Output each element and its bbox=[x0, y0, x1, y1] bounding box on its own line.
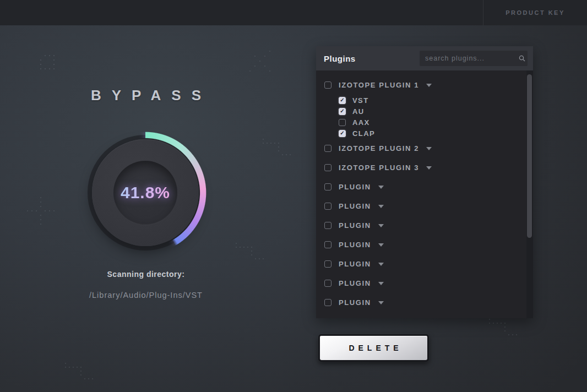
chevron-down-icon[interactable] bbox=[378, 186, 384, 189]
format-checkbox[interactable] bbox=[339, 119, 346, 126]
chevron-down-icon[interactable] bbox=[378, 282, 384, 285]
plugin-row[interactable]: PLUGIN bbox=[324, 177, 533, 197]
plugin-checkbox[interactable] bbox=[324, 280, 331, 287]
format-name: AU bbox=[352, 107, 365, 116]
plugin-row[interactable]: IZOTOPE PLUGIN 3 bbox=[324, 158, 533, 177]
plugin-row[interactable]: PLUGIN bbox=[324, 197, 533, 216]
dotted-stair-decoration bbox=[263, 135, 264, 136]
plugin-checkbox[interactable] bbox=[324, 222, 331, 229]
chevron-down-icon[interactable] bbox=[378, 224, 384, 227]
plugin-name: PLUGIN bbox=[339, 183, 371, 191]
top-bar: PRODUCT KEY bbox=[0, 0, 587, 25]
dotted-stair-decoration bbox=[65, 359, 66, 360]
chevron-down-icon[interactable] bbox=[378, 205, 384, 208]
plugin-checkbox[interactable] bbox=[324, 81, 331, 89]
app-title: BYPASS bbox=[0, 87, 292, 104]
scrollbar-track[interactable] bbox=[526, 70, 533, 318]
plugin-format-row[interactable]: ✓VST bbox=[339, 95, 533, 106]
plugin-row[interactable]: PLUGIN bbox=[324, 216, 533, 235]
plugin-checkbox[interactable] bbox=[324, 203, 331, 210]
plugin-checkbox[interactable] bbox=[324, 299, 331, 306]
plugin-row[interactable]: PLUGIN bbox=[324, 274, 533, 293]
dotted-plus-decoration bbox=[40, 210, 41, 211]
magnifier-icon[interactable] bbox=[516, 55, 528, 62]
panel-title: Plugins bbox=[324, 54, 356, 63]
delete-button[interactable]: DELETE bbox=[318, 334, 429, 362]
dotted-square-decoration bbox=[40, 55, 41, 56]
plugin-checkbox[interactable] bbox=[324, 241, 331, 248]
plugin-name: PLUGIN bbox=[339, 298, 371, 307]
plugin-row[interactable]: IZOTOPE PLUGIN 1 bbox=[324, 75, 533, 95]
format-checkbox[interactable]: ✓ bbox=[339, 130, 346, 137]
chevron-down-icon[interactable] bbox=[378, 301, 384, 304]
delete-button-face: DELETE bbox=[320, 336, 427, 360]
plugins-panel-header: Plugins bbox=[316, 46, 533, 70]
delete-button-label: DELETE bbox=[345, 344, 402, 352]
format-name: AAX bbox=[352, 118, 370, 127]
plugin-row[interactable]: PLUGIN bbox=[324, 235, 533, 254]
plugin-format-row[interactable]: AAX bbox=[339, 117, 533, 128]
plugin-row[interactable]: PLUGIN bbox=[324, 293, 533, 312]
progress-ring-center: 41.8% bbox=[113, 161, 177, 225]
progress-percent-text: 41.8% bbox=[121, 183, 170, 202]
format-name: CLAP bbox=[352, 129, 375, 138]
plugin-name: IZOTOPE PLUGIN 1 bbox=[339, 81, 419, 89]
plugin-checkbox[interactable] bbox=[324, 260, 331, 268]
format-name: VST bbox=[352, 96, 368, 105]
plugin-name: PLUGIN bbox=[339, 241, 371, 249]
plugin-name: PLUGIN bbox=[339, 260, 371, 268]
plugin-name: IZOTOPE PLUGIN 3 bbox=[339, 164, 419, 172]
plugin-list: IZOTOPE PLUGIN 1✓VST✓AUAAX✓CLAPIZOTOPE P… bbox=[316, 70, 533, 318]
product-key-link[interactable]: PRODUCT KEY bbox=[506, 9, 565, 16]
chevron-down-icon[interactable] bbox=[378, 263, 384, 266]
plugin-checkbox[interactable] bbox=[324, 145, 331, 152]
plugin-name: PLUGIN bbox=[339, 279, 371, 287]
chevron-down-icon[interactable] bbox=[378, 243, 384, 247]
plugins-panel: Plugins IZOTOPE PLUGIN 1✓VST✓AUAAX✓CLAPI… bbox=[316, 46, 533, 318]
scrollbar-thumb[interactable] bbox=[527, 74, 532, 238]
plugin-row[interactable]: PLUGIN bbox=[324, 254, 533, 274]
dotted-x-decoration bbox=[249, 51, 251, 52]
scanning-directory-path: /Library/Audio/Plug-Ins/VST bbox=[0, 291, 292, 300]
product-key-section[interactable]: PRODUCT KEY bbox=[483, 0, 587, 25]
plugin-checkbox[interactable] bbox=[324, 164, 331, 171]
dotted-stair-decoration bbox=[236, 239, 237, 240]
format-checkbox[interactable]: ✓ bbox=[339, 108, 346, 115]
plugin-format-row[interactable]: ✓CLAP bbox=[339, 128, 533, 139]
scanning-directory-label: Scanning directory: bbox=[0, 270, 292, 279]
plugin-name: PLUGIN bbox=[339, 221, 371, 230]
plugin-name: IZOTOPE PLUGIN 2 bbox=[339, 144, 419, 153]
progress-ring: 41.8% bbox=[84, 131, 207, 254]
plugin-checkbox[interactable] bbox=[324, 183, 331, 190]
search-box[interactable] bbox=[420, 51, 528, 66]
plugin-format-row[interactable]: ✓AU bbox=[339, 106, 533, 117]
format-checkbox[interactable]: ✓ bbox=[339, 97, 346, 104]
plugin-name: PLUGIN bbox=[339, 202, 371, 210]
chevron-down-icon[interactable] bbox=[426, 147, 432, 150]
plugin-row[interactable]: IZOTOPE PLUGIN 2 bbox=[324, 139, 533, 158]
search-input[interactable] bbox=[420, 51, 516, 66]
chevron-down-icon[interactable] bbox=[426, 166, 432, 170]
chevron-down-icon[interactable] bbox=[426, 84, 432, 87]
